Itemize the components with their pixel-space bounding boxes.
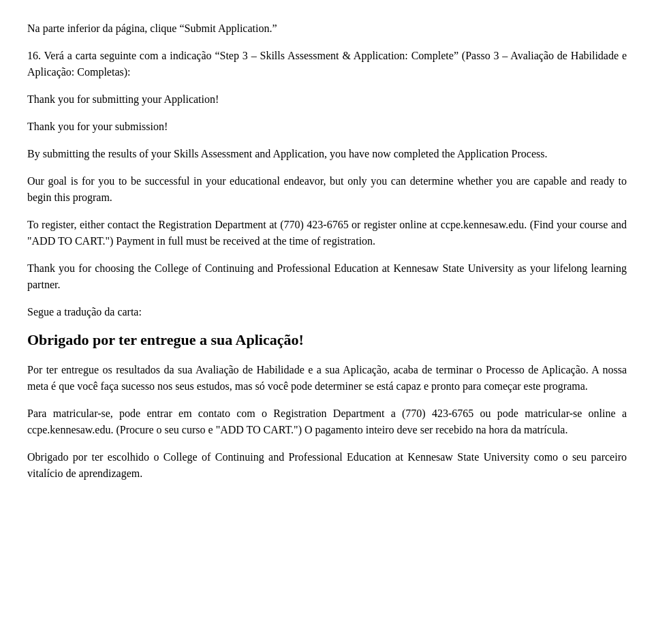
paragraph-8: Thank you for choosing the College of Co… [27,260,627,293]
obrigado-heading: Obrigado por ter entregue a sua Aplicaçã… [27,328,627,351]
paragraph-6: Our goal is for you to be successful in … [27,173,627,206]
paragraph-7: To register, either contact the Registra… [27,217,627,249]
paragraph-3: Thank you for submitting your Applicatio… [27,91,627,108]
paragraph-1: Na parte inferior da página, clique “Sub… [27,20,627,37]
paragraph-4: Thank you for your submission! [27,119,627,135]
paragraph-10: Por ter entregue os resultados da sua Av… [27,362,627,395]
paragraph-12: Obrigado por ter escolhido o College of … [27,449,627,482]
paragraph-9: Segue a tradução da carta: [27,304,627,320]
paragraph-5: By submitting the results of your Skills… [27,146,627,162]
paragraph-11: Para matricular-se, pode entrar em conta… [27,405,627,438]
paragraph-2: 16. Verá a carta seguinte com a indicaçã… [27,48,627,80]
